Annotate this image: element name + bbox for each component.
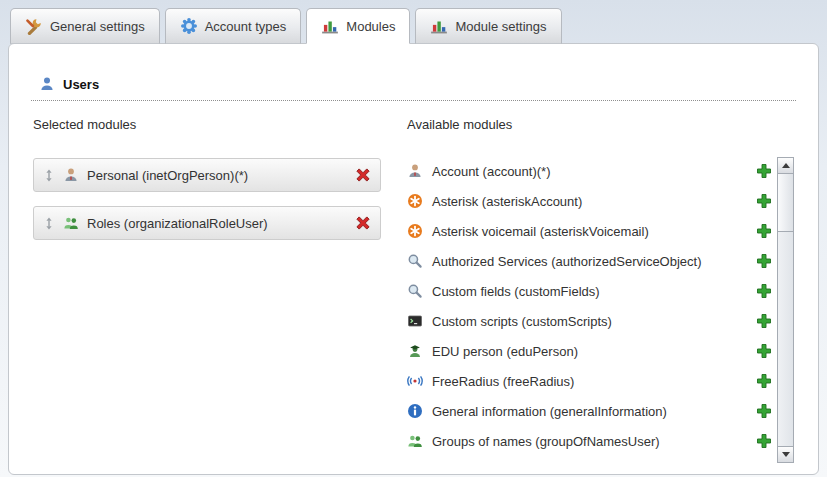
add-module-button[interactable] [756,373,772,389]
add-module-button[interactable] [756,193,772,209]
selected-module-row: Roles (organizationalRoleUser) [33,206,381,240]
selected-modules-column: Selected modules Personal (inetOrgPerson… [33,101,381,463]
scroll-up-button[interactable] [778,158,793,174]
script-icon [407,313,423,329]
tab-general-settings[interactable]: General settings [10,8,160,44]
selected-module-label: Personal (inetOrgPerson)(*) [87,168,248,183]
sort-handle-icon[interactable] [43,217,55,230]
available-module-label: Custom fields (customFields) [432,284,600,299]
available-modules-body: Account (account)(*) Asterisk (asteriskA… [407,156,794,463]
person-icon [63,167,79,183]
available-modules-list: Account (account)(*) Asterisk (asteriskA… [407,156,772,463]
available-module-row: FreeRadius (freeRadius) [407,366,772,396]
arrow-up-icon [782,163,790,168]
remove-module-button[interactable] [355,215,371,231]
available-modules-column: Available modules Account (account)(*) A… [407,101,794,463]
add-module-button[interactable] [756,343,772,359]
available-module-row: Groups of names (groupOfNamesUser) [407,426,772,456]
section-title: Users [63,77,99,92]
asterisk-icon [407,223,423,239]
available-module-label: Asterisk voicemail (asteriskVoicemail) [432,224,649,239]
add-module-button[interactable] [756,163,772,179]
scrollbar-track[interactable] [778,232,793,446]
available-module-row: Custom fields (customFields) [407,276,772,306]
edu-person-icon [407,343,423,359]
tab-label: Modules [346,19,395,34]
add-module-button[interactable] [756,433,772,449]
selected-modules-list: Personal (inetOrgPerson)(*) Roles (organ… [33,158,381,240]
add-module-button[interactable] [756,283,772,299]
module-columns: Selected modules Personal (inetOrgPerson… [9,101,818,463]
asterisk-icon [407,193,423,209]
tab-label: Account types [205,19,287,34]
available-module-label: Groups of names (groupOfNamesUser) [432,434,660,449]
available-module-row: EDU person (eduPerson) [407,336,772,366]
person-icon [407,163,423,179]
available-module-label: EDU person (eduPerson) [432,344,578,359]
available-module-label: General information (generalInformation) [432,404,667,419]
badge-icon [180,17,198,35]
tab-label: General settings [50,19,145,34]
add-module-button[interactable] [756,223,772,239]
chart-icon [321,17,339,35]
available-module-label: FreeRadius (freeRadius) [432,374,574,389]
selected-module-row: Personal (inetOrgPerson)(*) [33,158,381,192]
settings-tabbar: General settings Account types Modules M… [0,0,827,44]
group-icon [63,215,79,231]
remove-module-button[interactable] [355,167,371,183]
arrow-down-icon [782,452,790,457]
scroll-down-button[interactable] [778,446,793,462]
wrench-icon [25,17,43,35]
available-modules-scrollbar [777,157,794,463]
tab-label: Module settings [455,19,546,34]
magnifier-icon [407,283,423,299]
available-module-label: Authorized Services (authorizedServiceOb… [432,254,702,269]
available-module-label: Account (account)(*) [432,164,551,179]
chart-icon [430,17,448,35]
tab-module-settings[interactable]: Module settings [415,8,561,44]
sort-handle-icon[interactable] [43,169,55,182]
user-icon [39,76,55,92]
add-module-button[interactable] [756,253,772,269]
add-module-button[interactable] [756,313,772,329]
tab-modules[interactable]: Modules [306,8,410,44]
selected-module-label: Roles (organizationalRoleUser) [87,216,268,231]
available-module-row: Asterisk voicemail (asteriskVoicemail) [407,216,772,246]
users-section-header: Users [31,44,796,101]
magnifier-icon [407,253,423,269]
group-icon [407,433,423,449]
tab-account-types[interactable]: Account types [165,8,302,44]
modules-panel: Users Selected modules Personal (inetOrg… [8,43,819,475]
available-module-row: General information (generalInformation) [407,396,772,426]
info-icon [407,403,423,419]
available-module-row: Account (account)(*) [407,156,772,186]
available-module-label: Custom scripts (customScripts) [432,314,612,329]
available-module-row: Authorized Services (authorizedServiceOb… [407,246,772,276]
available-modules-heading: Available modules [407,117,794,132]
selected-modules-heading: Selected modules [33,117,381,132]
scrollbar-thumb[interactable] [778,174,793,232]
radius-antenna-icon [407,373,423,389]
available-module-label: Asterisk (asteriskAccount) [432,194,582,209]
add-module-button[interactable] [756,403,772,419]
available-module-row: Asterisk (asteriskAccount) [407,186,772,216]
available-module-row: Custom scripts (customScripts) [407,306,772,336]
